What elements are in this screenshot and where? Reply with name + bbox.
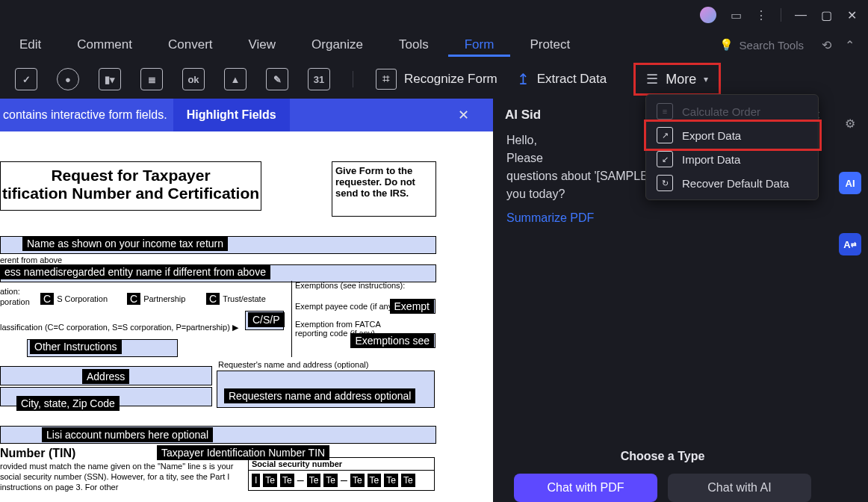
- exempt-header: Exemptions (see instructions):: [295, 281, 437, 290]
- menu-tools[interactable]: Tools: [382, 33, 445, 57]
- title-bar: ▭ ⋮ — ▢ ✕: [0, 0, 868, 30]
- ssn-box[interactable]: Te: [263, 474, 277, 487]
- banner-close-button[interactable]: ✕: [447, 99, 480, 131]
- pdf-page[interactable]: Request for Taxpayer tification Number a…: [0, 131, 493, 502]
- list-field-icon[interactable]: ≣: [140, 68, 163, 90]
- ok-button-field-icon[interactable]: ok: [182, 68, 205, 90]
- more-button-highlight: ☰ More ▾: [633, 63, 721, 96]
- c-box-3: C: [206, 293, 220, 305]
- search-tools-placeholder: Search Tools: [740, 39, 804, 52]
- close-window-button[interactable]: ✕: [846, 9, 858, 21]
- requester-header: Requester's name and address (optional): [218, 360, 368, 369]
- menu-form[interactable]: Form: [448, 33, 511, 57]
- summarize-pdf-link[interactable]: Summarize PDF: [506, 209, 594, 227]
- menu-organize[interactable]: Organize: [295, 33, 379, 57]
- search-tools[interactable]: 💡 Search Tools: [719, 38, 819, 52]
- extract-data-button[interactable]: ↥ Extract Data: [517, 70, 607, 88]
- partner-text: Partnership: [143, 294, 185, 303]
- menu-protect[interactable]: Protect: [513, 33, 586, 57]
- export-icon: ↗: [657, 127, 673, 143]
- notes-icon[interactable]: ▭: [730, 9, 742, 21]
- ssn-box[interactable]: Te: [384, 474, 398, 487]
- ssn-box[interactable]: Te: [323, 474, 338, 487]
- calculate-icon: ≡: [657, 103, 673, 120]
- kebab-menu-icon[interactable]: ⋮: [755, 9, 767, 21]
- export-data-label: Export Data: [682, 129, 741, 142]
- ssn-box[interactable]: Te: [368, 474, 382, 487]
- highlight-fields-button[interactable]: Highlight Fields: [173, 99, 290, 131]
- upload-icon: ↥: [517, 70, 530, 88]
- c-box-2: C: [127, 293, 140, 305]
- export-data-item[interactable]: ↗ Export Data: [646, 123, 818, 147]
- menu-comment[interactable]: Comment: [61, 33, 149, 57]
- ssn-box[interactable]: Te: [350, 474, 365, 487]
- recognize-label: Recognize Form: [404, 72, 497, 87]
- menu-edit[interactable]: Edit: [3, 33, 58, 57]
- diff-above-text: erent from above: [0, 255, 62, 264]
- recover-icon: ↻: [657, 175, 673, 191]
- ssn-header: Social security number: [249, 458, 434, 471]
- date-field-icon[interactable]: 31: [308, 68, 330, 90]
- import-data-label: Import Data: [682, 153, 740, 166]
- tin-body-text: rovided must match the name given on the…: [0, 462, 239, 492]
- checkbox-field-icon[interactable]: ✓: [15, 68, 37, 90]
- ssn-box[interactable]: Te: [280, 474, 294, 487]
- maximize-button[interactable]: ▢: [820, 9, 832, 21]
- radio-field-icon[interactable]: ●: [57, 68, 79, 90]
- requester-label: Requesters name and address optional: [224, 388, 415, 403]
- image-field-icon[interactable]: ▲: [224, 68, 247, 90]
- minimize-button[interactable]: —: [795, 9, 807, 21]
- classif-text: lassification (C=C corporation, S=S corp…: [0, 323, 238, 332]
- name-label: Name as shown on your income tax return: [22, 236, 228, 251]
- menu-convert[interactable]: Convert: [152, 33, 229, 57]
- recover-default-label: Recover Default Data: [682, 177, 789, 190]
- other-label: Other Instructions: [30, 339, 122, 354]
- tin-header: Number (TIN): [0, 447, 75, 460]
- acct-label: Lisi account numbers here optional: [42, 427, 213, 442]
- hamburger-check-icon: ☰: [646, 71, 658, 87]
- chevron-down-icon: ▾: [704, 74, 708, 84]
- doc-title-line1: Request for Taxpayer: [1, 162, 261, 185]
- banner-message: contains interactive form fields.: [0, 108, 173, 122]
- exemptions-see-label: Exemptions see: [350, 333, 434, 348]
- more-button[interactable]: ☰ More ▾: [636, 65, 719, 93]
- user-avatar[interactable]: [700, 7, 716, 23]
- c-box-1: C: [40, 293, 54, 305]
- chat-with-ai-button[interactable]: Chat with AI: [668, 474, 811, 502]
- document-pane: contains interactive form fields. Highli…: [0, 99, 493, 502]
- menu-bar: Edit Comment Convert View Organize Tools…: [0, 30, 868, 60]
- cloud-sync-icon[interactable]: ⟲: [822, 38, 831, 52]
- chevron-up-icon[interactable]: ⌃: [845, 38, 855, 52]
- form-fields-banner: contains interactive form fields. Highli…: [0, 99, 493, 131]
- recover-default-item[interactable]: ↻ Recover Default Data: [646, 171, 818, 195]
- poration-text: poration: [0, 297, 30, 306]
- ai-badge[interactable]: AI: [839, 172, 861, 194]
- calculate-order-label: Calculate Order: [682, 105, 760, 118]
- recognize-form-button[interactable]: ⌗ Recognize Form: [376, 69, 497, 90]
- chat-with-pdf-button[interactable]: Chat with PDF: [514, 474, 657, 502]
- divider: [781, 8, 781, 22]
- doc-title-line2: tification Number and Certification: [1, 185, 261, 202]
- signature-field-icon[interactable]: ✎: [266, 68, 288, 90]
- scorp-text: S Corporation: [57, 294, 108, 303]
- translate-badge[interactable]: A⇄: [839, 233, 861, 255]
- right-rail: ⚙ AI A⇄: [832, 99, 868, 502]
- ssn-box[interactable]: Te: [307, 474, 321, 487]
- more-dropdown: ≡ Calculate Order ↗ Export Data ↙ Import…: [645, 94, 819, 200]
- import-data-item[interactable]: ↙ Import Data: [646, 147, 818, 171]
- sliders-icon[interactable]: ⚙: [840, 114, 860, 133]
- recognize-icon: ⌗: [376, 69, 397, 90]
- ssn-box[interactable]: I: [252, 474, 260, 487]
- lightbulb-icon: 💡: [719, 38, 734, 52]
- city-label: City, state, Zip Code: [16, 396, 120, 411]
- ation-text: ation:: [0, 287, 20, 296]
- menu-view[interactable]: View: [232, 33, 293, 57]
- dropdown-field-icon[interactable]: ▮▾: [99, 68, 121, 90]
- entity-label: ess namedisregarded entity name if diffe…: [0, 264, 270, 279]
- csp-label: C/S/P: [248, 312, 285, 327]
- ssn-box[interactable]: Te: [401, 474, 415, 487]
- form-toolbar: ✓ ● ▮▾ ≣ ok ▲ ✎ 31 ⌗ Recognize Form ↥ Ex…: [0, 60, 868, 99]
- trust-text: Trust/estate: [223, 294, 266, 303]
- ai-panel-title: AI Sid: [505, 108, 541, 123]
- extract-label: Extract Data: [537, 72, 607, 87]
